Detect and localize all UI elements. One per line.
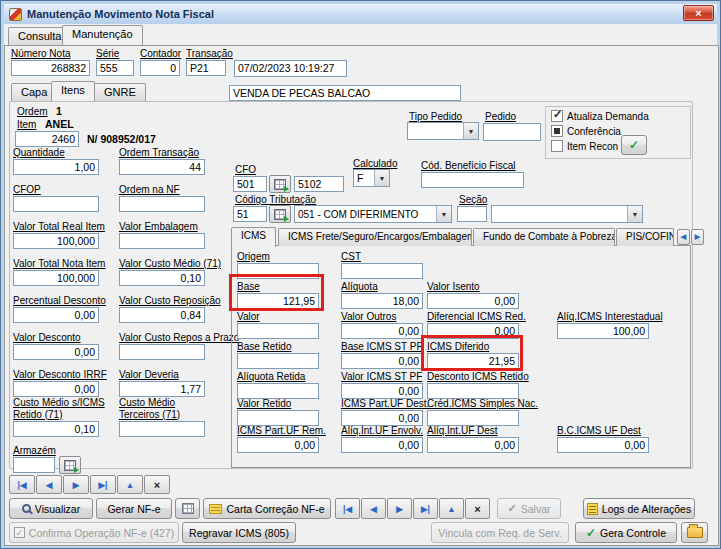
confirma-operacao-button[interactable]: ✓ Confirma Operação NF-e (427) (9, 522, 179, 543)
icms-diferido-input[interactable] (427, 353, 519, 369)
valor-isento-input[interactable] (427, 293, 519, 309)
ordem-transacao-input[interactable] (119, 159, 205, 175)
desconto-icms-retido-input[interactable] (427, 383, 519, 399)
icms-valor-input[interactable] (237, 323, 319, 339)
gera-controle-button[interactable]: ✓ Gera Controle (575, 522, 677, 543)
aliq-int-uf-dest-input[interactable] (427, 437, 519, 453)
pedido-input[interactable] (483, 123, 541, 141)
valor-embalagem-input[interactable] (119, 233, 205, 249)
origem-input[interactable] (237, 263, 319, 279)
tab-manutencao[interactable]: Manutenção (62, 25, 143, 45)
valor-total-real-input[interactable] (13, 233, 99, 249)
toolbar-nav-last-button[interactable]: ▶| (413, 498, 438, 519)
codigo-tributacao-combo[interactable]: 051 - COM DIFERIMENTO ▼ (294, 205, 452, 223)
quantidade-input[interactable] (13, 159, 99, 175)
descricao-input[interactable] (229, 85, 461, 101)
cst-input[interactable] (341, 263, 423, 279)
cred-icms-simples-input[interactable] (427, 410, 519, 426)
codigo-tributacao-lookup-button[interactable] (269, 205, 291, 223)
valor-retido-input[interactable] (237, 410, 319, 426)
item-code-input[interactable] (15, 131, 79, 147)
valor-total-nota-input[interactable] (13, 270, 99, 286)
valor-outros-input[interactable] (341, 323, 423, 339)
checkbox-empty-icon[interactable] (551, 140, 563, 152)
diferencial-icms-red-input[interactable] (427, 323, 519, 339)
toolbar-nav-prev-button[interactable]: ◀ (361, 498, 386, 519)
contador-input[interactable] (140, 60, 180, 76)
checkbox-filled-icon[interactable] (551, 125, 563, 137)
valor-custo-medio-input[interactable] (119, 270, 205, 286)
armazem-input[interactable] (13, 457, 55, 473)
tab-scroll-right-icon[interactable]: ▶ (691, 229, 704, 245)
valor-desconto-irrf-input[interactable] (13, 381, 99, 397)
cfo-input[interactable] (233, 176, 267, 192)
tab-scroll-left-icon[interactable]: ◀ (677, 229, 690, 245)
folder-button[interactable] (681, 522, 708, 543)
custo-medio-terceiros-input[interactable] (119, 421, 205, 437)
logs-alteracoes-button[interactable]: Logs de Alterações (583, 498, 695, 519)
tipo-pedido-combo[interactable]: ▼ (407, 122, 479, 140)
icms-part-uf-dest-input[interactable] (341, 410, 423, 426)
icms-tab-icms[interactable]: ICMS (231, 227, 276, 247)
valor-custo-repos-prazo-input[interactable] (119, 344, 205, 360)
nav-last-button[interactable]: ▶| (90, 475, 116, 494)
armazem-lookup-button[interactable] (59, 456, 81, 474)
subtab-gnre[interactable]: GNRE (94, 83, 146, 101)
bc-icms-uf-dest-input[interactable] (557, 437, 649, 453)
ordem-na-nf-input[interactable] (119, 196, 205, 212)
aliquota-retida-input[interactable] (237, 383, 319, 399)
secao-input[interactable] (457, 206, 487, 222)
nav-insert-button[interactable]: ▲ (117, 475, 143, 494)
checkbox-checked-icon[interactable] (551, 110, 563, 122)
calculado-combo[interactable]: F ▼ (353, 169, 390, 187)
gerar-nfe-button[interactable]: Gerar NF-e (96, 498, 172, 519)
valor-icms-st-pf-input[interactable] (341, 383, 423, 399)
base-retido-input[interactable] (237, 353, 319, 369)
nav-next-button[interactable]: ▶ (63, 475, 89, 494)
chevron-down-icon[interactable]: ▼ (463, 123, 478, 139)
nav-cancel-button[interactable]: × (144, 475, 170, 494)
icms-base-input[interactable] (237, 293, 319, 309)
grid-button[interactable] (175, 498, 200, 519)
salvar-button[interactable]: ✓ Salvar (497, 498, 561, 519)
icms-tab-frete[interactable]: ICMS Frete/Seguro/Encargos/Embalagem (278, 228, 472, 246)
cfop-input[interactable] (13, 196, 99, 212)
chevron-down-icon[interactable]: ▼ (374, 170, 389, 186)
visualizar-button[interactable]: Visualizar (9, 498, 93, 519)
cod-beneficio-input[interactable] (421, 172, 524, 188)
icms-aliquota-input[interactable] (341, 293, 423, 309)
base-icms-st-pf-input[interactable] (341, 353, 423, 369)
item-recon-confirm-button[interactable]: ✓ (621, 135, 647, 155)
percentual-desconto-input[interactable] (13, 307, 99, 323)
nav-prev-button[interactable]: ◀ (36, 475, 62, 494)
aliq-int-uf-envolv-input[interactable] (341, 437, 423, 453)
chevron-down-icon[interactable]: ▼ (627, 206, 642, 222)
numero-nota-input[interactable] (11, 60, 90, 76)
chevron-down-icon[interactable]: ▼ (436, 206, 451, 222)
secao-combo[interactable]: ▼ (491, 205, 643, 223)
cfo-destino-input[interactable] (294, 176, 344, 192)
cfo-lookup-button[interactable] (269, 175, 291, 193)
carta-correcao-button[interactable]: Carta Correção NF-e (203, 498, 331, 519)
checkbox-conferencia[interactable]: Conferência (551, 125, 621, 137)
toolbar-nav-insert-button[interactable]: ▲ (439, 498, 464, 519)
icms-tab-fundo-pobreza[interactable]: Fundo de Combate à Pobreza (473, 228, 615, 246)
valor-deveria-input[interactable] (119, 381, 205, 397)
regravar-icms-button[interactable]: Regravar ICMS (805) (182, 522, 296, 543)
serie-input[interactable] (96, 60, 134, 76)
toolbar-nav-next-button[interactable]: ▶ (387, 498, 412, 519)
valor-desconto-input[interactable] (13, 344, 99, 360)
icms-tab-pis-cofins[interactable]: PIS/COFIN (616, 228, 674, 246)
transacao-input[interactable] (186, 60, 226, 76)
checkbox-item-recon[interactable]: Item Recon (551, 140, 618, 152)
custo-medio-sem-icms-input[interactable] (13, 421, 99, 437)
subtab-itens[interactable]: Itens (51, 81, 95, 101)
icms-part-uf-rem-input[interactable] (237, 437, 319, 453)
aliq-icms-interestadual-input[interactable] (557, 323, 649, 339)
close-icon[interactable]: × (683, 5, 714, 21)
toolbar-nav-cancel-button[interactable]: × (465, 498, 490, 519)
valor-custo-reposicao-input[interactable] (119, 307, 205, 323)
vincula-req-serv-button[interactable]: Vincula com Req. de Serv. (431, 522, 569, 543)
toolbar-nav-first-button[interactable]: |◀ (335, 498, 360, 519)
nav-first-button[interactable]: |◀ (9, 475, 35, 494)
